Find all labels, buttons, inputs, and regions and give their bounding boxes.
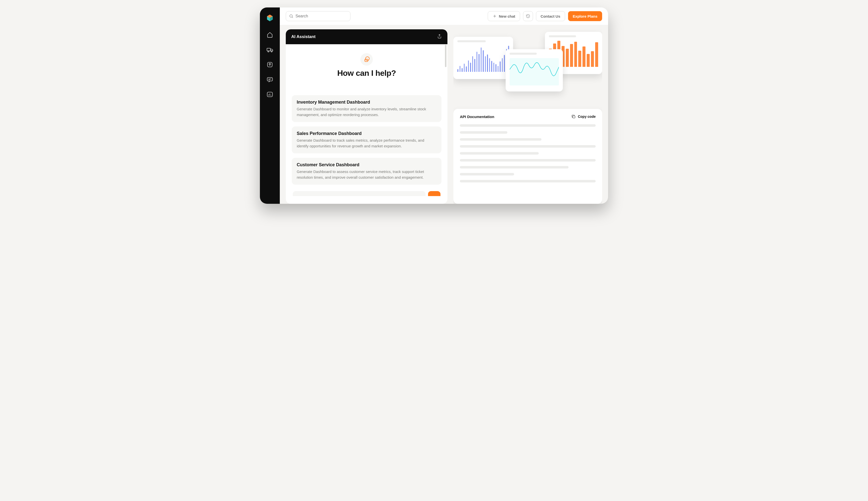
svg-point-8 [366, 57, 369, 61]
app-shell: New chat Contact Us Explore Plans AI Ass… [260, 8, 608, 204]
assistant-panel: AI Assistant [286, 29, 448, 204]
preview-column: API Documentation Copy code [453, 29, 602, 204]
chart-icon[interactable] [266, 91, 273, 98]
topbar: New chat Contact Us Explore Plans [280, 8, 608, 25]
suggestion-title: Customer Service Dashboard [297, 162, 437, 168]
chatbot-icon [363, 56, 370, 63]
suggestion-title: Sales Performance Dashboard [297, 131, 437, 136]
new-chat-label: New chat [499, 14, 515, 18]
send-button-peek[interactable] [428, 191, 440, 196]
share-icon [437, 34, 442, 39]
share-button[interactable] [437, 34, 442, 40]
svg-rect-5 [268, 77, 273, 81]
map-pin-icon[interactable] [266, 61, 273, 68]
chart-title-placeholder [457, 40, 486, 42]
chart-card-wave [506, 49, 563, 92]
svg-point-7 [290, 15, 292, 18]
suggestion-card[interactable]: Customer Service Dashboard Generate Dash… [292, 158, 441, 185]
message-input-peek[interactable] [293, 191, 426, 196]
home-icon[interactable] [266, 31, 273, 38]
assistant-header: AI Assistant [286, 29, 448, 44]
assistant-hero-title: How can I help? [292, 68, 441, 78]
suggestion-card[interactable]: Sales Performance Dashboard Generate Das… [292, 127, 441, 153]
search-icon [289, 14, 293, 18]
suggestion-desc: Generate Dashboard to track sales metric… [297, 138, 437, 149]
svg-point-4 [269, 63, 271, 65]
contact-us-button[interactable]: Contact Us [536, 11, 565, 21]
svg-point-10 [366, 60, 366, 61]
chart-card-blue-bars [453, 37, 513, 79]
svg-point-2 [271, 51, 272, 52]
truck-icon[interactable] [266, 46, 273, 53]
plus-icon [492, 14, 497, 18]
history-button[interactable] [523, 11, 533, 21]
assistant-hero: How can I help? [292, 53, 441, 78]
explore-plans-button[interactable]: Explore Plans [568, 11, 602, 21]
new-chat-button[interactable]: New chat [488, 11, 520, 21]
content: AI Assistant [280, 25, 608, 204]
line-chart-wave [510, 58, 559, 85]
assistant-title: AI Assistant [291, 34, 316, 39]
chat-icon[interactable] [266, 76, 273, 83]
svg-point-1 [268, 51, 269, 52]
history-icon [526, 14, 530, 18]
api-doc-header: API Documentation Copy code [460, 114, 596, 119]
suggestion-desc: Generate Dashboard to monitor and analyz… [297, 106, 437, 118]
svg-rect-0 [267, 48, 270, 51]
search-input[interactable] [295, 14, 347, 18]
main: New chat Contact Us Explore Plans AI Ass… [280, 8, 608, 204]
suggestion-card[interactable]: Inventory Management Dashboard Generate … [292, 95, 441, 122]
contact-us-label: Contact Us [541, 14, 560, 18]
suggestion-desc: Generate Dashboard to assess customer se… [297, 169, 437, 180]
copy-code-button[interactable]: Copy code [571, 114, 596, 119]
assistant-body: How can I help? Inventory Management Das… [286, 44, 448, 204]
suggestion-title: Inventory Management Dashboard [297, 100, 437, 105]
assistant-hero-icon-wrap [360, 53, 373, 66]
copy-icon [571, 114, 576, 119]
copy-code-label: Copy code [578, 115, 596, 118]
charts-stage [453, 32, 602, 106]
bar-chart-blue [457, 46, 509, 72]
explore-plans-label: Explore Plans [573, 14, 597, 18]
search-input-wrap[interactable] [286, 11, 351, 21]
api-doc-card: API Documentation Copy code [453, 109, 602, 204]
chart-title-placeholder [510, 53, 537, 55]
api-doc-body [460, 124, 596, 182]
sidebar [260, 8, 280, 204]
svg-point-11 [367, 60, 367, 61]
svg-rect-12 [573, 116, 575, 118]
input-peek [292, 189, 441, 196]
app-logo [265, 13, 275, 23]
chart-title-placeholder [549, 35, 576, 37]
api-doc-title: API Documentation [460, 115, 494, 119]
